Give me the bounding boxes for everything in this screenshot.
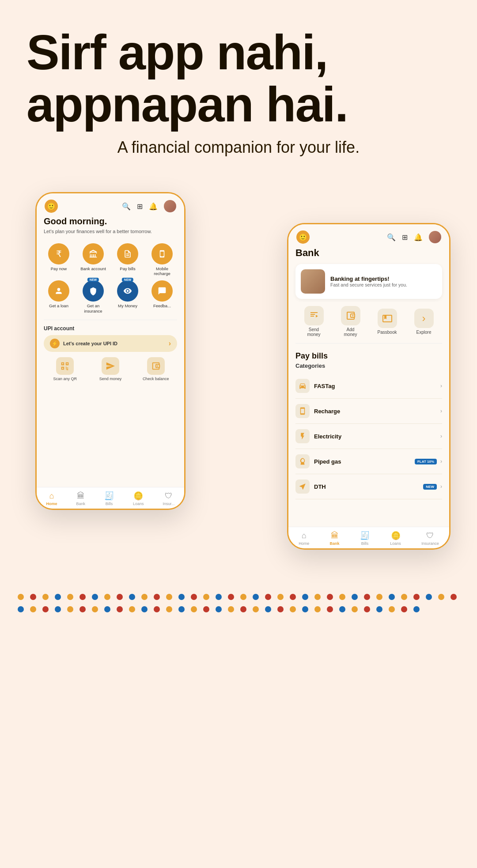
promo-text: Banking at fingertips! Fast and secure s… xyxy=(330,275,407,287)
bill-item-dth[interactable]: DTH NEW › xyxy=(295,474,442,499)
bell-icon-right[interactable]: 🔔 xyxy=(414,233,423,242)
upi-scan-qr[interactable]: Scan any QR xyxy=(44,357,87,381)
bill-item-electricity[interactable]: Electricity › xyxy=(295,424,442,449)
home-label: Home xyxy=(46,502,57,506)
dot xyxy=(314,606,321,612)
dot xyxy=(129,606,135,612)
dot xyxy=(129,594,135,600)
qr-icon[interactable]: ⊞ xyxy=(137,202,143,211)
dot xyxy=(339,594,345,600)
dot xyxy=(413,606,420,612)
bank-page-title: Bank xyxy=(295,247,442,259)
recharge-right: › xyxy=(440,408,442,414)
dot xyxy=(141,606,148,612)
bill-item-piped-gas[interactable]: Piped gas FLAT 10% › xyxy=(295,449,442,474)
dth-new-badge: NEW xyxy=(423,484,437,490)
search-icon-right[interactable]: 🔍 xyxy=(387,233,396,242)
dot xyxy=(327,594,333,600)
dot xyxy=(104,606,110,612)
bill-item-recharge[interactable]: Recharge › xyxy=(295,399,442,424)
dot xyxy=(290,594,296,600)
quick-action-pay-now[interactable]: ₹ Pay now xyxy=(44,243,74,276)
nav-right-bills[interactable]: 🧾 Bills xyxy=(360,531,370,546)
upi-actions: Scan any QR Send money Check balance xyxy=(44,357,177,381)
nav-insurance[interactable]: 🛡 Insur... xyxy=(163,491,174,506)
nav-bank[interactable]: 🏛 Bank xyxy=(76,491,85,506)
dot xyxy=(178,594,185,600)
quick-action-pay-bills[interactable]: Pay bills xyxy=(113,243,143,276)
bill-dth-left: DTH xyxy=(295,479,326,494)
search-icon[interactable]: 🔍 xyxy=(122,202,131,211)
quick-action-get-insurance[interactable]: NEW Get an insurance xyxy=(78,280,108,313)
quick-action-get-loan[interactable]: Get a loan xyxy=(44,280,74,313)
fastag-icon xyxy=(295,379,310,393)
my-money-icon: NEW xyxy=(117,280,138,302)
dot xyxy=(327,606,333,612)
dot xyxy=(253,594,259,600)
dot xyxy=(240,606,246,612)
promo-title: Banking at fingertips! xyxy=(330,275,407,282)
dot xyxy=(376,606,382,612)
dot xyxy=(438,594,444,600)
dot xyxy=(154,594,160,600)
upi-send-money[interactable]: Send money xyxy=(89,357,132,381)
dot xyxy=(228,594,234,600)
dot xyxy=(203,606,209,612)
get-loan-icon xyxy=(48,280,69,302)
bank-action-passbook[interactable]: Passbook xyxy=(369,309,405,335)
dot xyxy=(450,594,457,600)
bank-explore-label: Explore xyxy=(416,330,432,335)
pay-now-label: Pay now xyxy=(51,266,67,271)
bank-label-right: Bank xyxy=(330,541,340,546)
electricity-icon xyxy=(295,429,310,443)
bill-fastag-left: FASTag xyxy=(295,379,335,393)
avatar[interactable] xyxy=(164,200,176,212)
bank-actions-row: Sendmoney Addmoney Passbook › xyxy=(295,306,442,343)
dot xyxy=(18,606,24,612)
recharge-label: Recharge xyxy=(314,408,340,415)
bill-item-fastag[interactable]: FASTag › xyxy=(295,374,442,399)
nav-loans[interactable]: 🪙 Loans xyxy=(133,491,144,506)
upi-create-button[interactable]: ⚡ Let's create your UPI ID › xyxy=(44,335,177,352)
dot xyxy=(117,606,123,612)
dot xyxy=(18,594,24,600)
dot xyxy=(240,594,246,600)
bell-icon[interactable]: 🔔 xyxy=(149,202,158,211)
nav-bills[interactable]: 🧾 Bills xyxy=(104,491,114,506)
bank-action-add-money[interactable]: Addmoney xyxy=(332,306,369,337)
pay-bills-label: Pay bills xyxy=(120,266,135,271)
dot xyxy=(265,606,271,612)
get-insurance-label: Get an insurance xyxy=(78,303,108,313)
bank-add-money-icon xyxy=(341,306,360,325)
upi-check-balance[interactable]: Check balance xyxy=(134,357,177,381)
dot xyxy=(216,606,222,612)
fastag-right: › xyxy=(440,383,442,389)
nav-right-loans[interactable]: 🪙 Loans xyxy=(390,531,401,546)
hero-section: Sirf app nahi,appnapan hai. A financial … xyxy=(0,0,477,166)
dot xyxy=(401,606,407,612)
dot xyxy=(228,606,234,612)
qr-icon-right[interactable]: ⊞ xyxy=(402,233,408,242)
piped-gas-chevron: › xyxy=(440,458,442,464)
quick-action-feedback[interactable]: Feedba... xyxy=(147,280,177,313)
dot xyxy=(352,594,358,600)
quick-action-mobile-recharge[interactable]: Mobile recharge xyxy=(147,243,177,276)
bank-action-send-money[interactable]: Sendmoney xyxy=(295,306,332,337)
nav-right-bank[interactable]: 🏛 Bank xyxy=(330,531,340,546)
nav-home[interactable]: ⌂ Home xyxy=(46,491,57,506)
quick-action-my-money[interactable]: NEW My Money xyxy=(113,280,143,313)
bank-action-explore[interactable]: › Explore xyxy=(405,309,442,335)
nav-right-insurance[interactable]: 🛡 Insurance xyxy=(421,531,439,546)
dot xyxy=(178,606,185,612)
loans-label-right: Loans xyxy=(390,541,401,546)
recharge-icon xyxy=(295,404,310,418)
scan-qr-icon xyxy=(56,357,74,375)
bank-promo-banner[interactable]: Banking at fingertips! Fast and secure s… xyxy=(295,264,442,299)
nav-right-home[interactable]: ⌂ Home xyxy=(299,531,309,546)
bank-account-icon xyxy=(83,243,104,264)
hero-headline: Sirf app nahi,appnapan hai. xyxy=(26,26,450,130)
bank-icon-right: 🏛 xyxy=(331,531,339,540)
avatar-right[interactable] xyxy=(429,231,441,243)
electricity-right: › xyxy=(440,433,442,439)
quick-action-bank-account[interactable]: Bank account xyxy=(78,243,108,276)
